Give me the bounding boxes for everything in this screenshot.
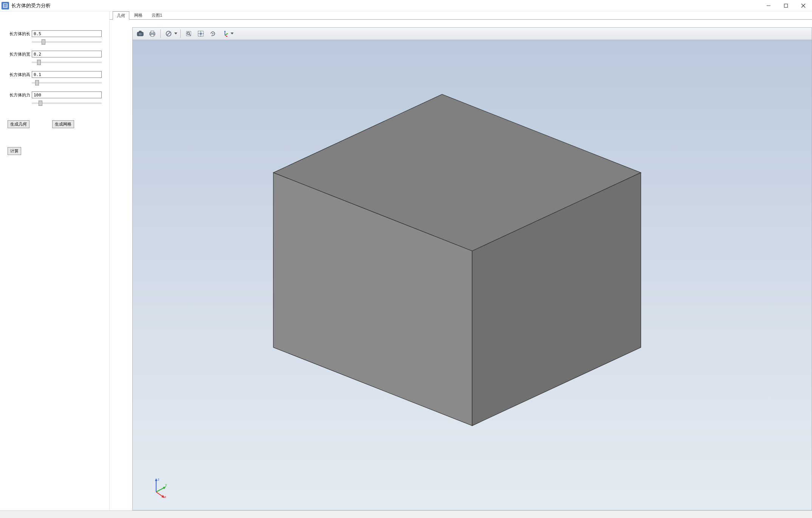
param-length-slider[interactable] xyxy=(32,41,102,43)
minimize-button[interactable] xyxy=(760,0,777,11)
chevron-down-icon[interactable] xyxy=(230,33,234,35)
svg-line-15 xyxy=(167,32,170,36)
svg-marker-35 xyxy=(155,478,157,481)
svg-line-19 xyxy=(189,34,191,36)
svg-point-23 xyxy=(212,33,214,34)
axis-icon[interactable] xyxy=(220,29,230,39)
app-icon xyxy=(2,2,9,9)
axis-widget: z y x xyxy=(148,476,170,499)
svg-marker-22 xyxy=(212,35,213,36)
main-area: 几何 网格 云图1 xyxy=(110,11,812,510)
param-length-row: 长方体的长 xyxy=(8,30,102,37)
param-force-input[interactable] xyxy=(32,92,102,98)
param-force-slider[interactable] xyxy=(32,102,102,104)
param-force-label: 长方体的力 xyxy=(8,92,32,98)
svg-point-21 xyxy=(200,33,202,35)
camera-icon[interactable] xyxy=(135,29,146,39)
param-height-row: 长方体的高 xyxy=(8,71,102,78)
param-height-input[interactable] xyxy=(32,71,102,78)
viewport-toolbar xyxy=(132,27,812,40)
close-button[interactable] xyxy=(795,0,812,11)
svg-rect-0 xyxy=(3,4,7,8)
svg-marker-30 xyxy=(231,33,234,34)
generate-button-row: 生成几何 生成网格 xyxy=(8,120,102,128)
statusbar xyxy=(0,510,812,518)
param-width-row: 长方体的宽 xyxy=(8,51,102,57)
tab-mesh[interactable]: 网格 xyxy=(130,11,147,19)
rotate-icon[interactable] xyxy=(208,29,218,39)
svg-marker-25 xyxy=(224,31,226,32)
param-length-input[interactable] xyxy=(32,30,102,37)
param-width-label: 长方体的宽 xyxy=(8,51,32,57)
zoom-extents-icon[interactable] xyxy=(183,29,194,39)
param-width-slider[interactable] xyxy=(32,62,102,63)
content-area: 长方体的长 长方体的宽 长方体的高 长方体的力 xyxy=(0,11,812,510)
cuboid-geometry xyxy=(133,40,812,510)
compute-row: 计算 xyxy=(8,147,102,155)
svg-rect-12 xyxy=(151,31,154,33)
maximize-button[interactable] xyxy=(777,0,795,11)
param-width-input[interactable] xyxy=(32,51,102,57)
titlebar: 长方体的受力分析 xyxy=(0,0,812,11)
tab-contour[interactable]: 云图1 xyxy=(147,11,166,19)
window-controls xyxy=(760,0,812,11)
axis-y-label: y xyxy=(165,483,167,487)
sidebar: 长方体的长 长方体的宽 长方体的高 长方体的力 xyxy=(0,11,110,510)
svg-rect-4 xyxy=(784,4,788,7)
toolbar-separator xyxy=(160,29,161,38)
tab-geometry[interactable]: 几何 xyxy=(113,11,129,20)
viewport-area: z y x xyxy=(110,20,812,510)
param-force-row: 长方体的力 xyxy=(8,92,102,98)
compute-button[interactable]: 计算 xyxy=(8,147,21,155)
generate-geometry-button[interactable]: 生成几何 xyxy=(8,120,29,128)
zoom-selection-icon[interactable] xyxy=(195,29,206,39)
window-title: 长方体的受力分析 xyxy=(11,2,760,9)
param-height-slider[interactable] xyxy=(32,82,102,84)
print-icon[interactable] xyxy=(147,29,158,39)
nosign-icon[interactable] xyxy=(163,29,174,39)
axis-x-label: x xyxy=(164,495,166,499)
axis-z-label: z xyxy=(158,478,160,481)
svg-rect-8 xyxy=(139,31,141,33)
generate-mesh-button[interactable]: 生成网格 xyxy=(52,120,74,128)
param-length-label: 长方体的长 xyxy=(8,31,32,37)
svg-point-10 xyxy=(139,33,141,35)
viewport-3d[interactable]: z y x xyxy=(132,40,812,510)
param-height-label: 长方体的高 xyxy=(8,72,32,78)
chevron-down-icon[interactable] xyxy=(174,33,178,35)
svg-rect-13 xyxy=(151,34,154,36)
svg-marker-16 xyxy=(174,33,177,34)
tabs: 几何 网格 云图1 xyxy=(110,11,812,20)
toolbar-separator xyxy=(180,29,181,38)
app-window: 长方体的受力分析 长方体的长 长方体的宽 xyxy=(0,0,812,518)
